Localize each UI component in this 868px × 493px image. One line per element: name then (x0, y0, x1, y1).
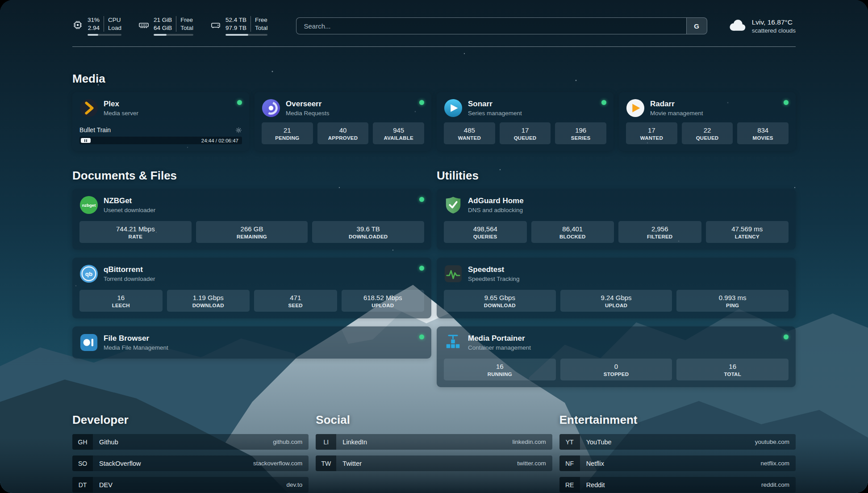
pause-icon[interactable] (81, 138, 91, 143)
bookmark-reddit[interactable]: RE Reddit reddit.com (559, 477, 796, 493)
weather-location: Lviv, 16.87°C (752, 18, 796, 26)
card-title: NZBGet (104, 196, 155, 205)
cpu-load-label: Load (108, 24, 121, 32)
bookmark-abbr: TW (316, 455, 336, 471)
speedtest-card[interactable]: Speedtest Speedtest Tracking 9.65 GbpsDO… (437, 258, 796, 318)
stats-row: 21PENDING 40APPROVED 945AVAILABLE (262, 122, 424, 144)
utilities-column: Utilities AdGuard Home (437, 169, 796, 387)
bookmarks-group-entertainment: Entertainment YT YouTube youtube.com NF … (559, 413, 796, 493)
bookmark-twitter[interactable]: TW Twitter twitter.com (316, 455, 552, 471)
section-heading-developer: Developer (72, 413, 309, 427)
stats-row: 498,564QUERIES 86,401BLOCKED 2,956FILTER… (444, 221, 789, 243)
search-input[interactable] (296, 18, 686, 34)
stat-box: 17QUEUED (500, 122, 551, 144)
bookmark-name: Reddit (580, 481, 605, 489)
stat-box: 86,401BLOCKED (531, 221, 614, 243)
stat-box: 1.19 GbpsDOWNLOAD (167, 290, 250, 312)
nzbget-icon: nzbget (79, 196, 98, 214)
media-grid: Plex Media server Bullet Train (72, 92, 796, 151)
card-title: Plex (104, 100, 138, 109)
stats-row: 744.21 MbpsRATE 266 GBREMAINING 39.6 TBD… (79, 221, 424, 243)
bookmarks-grid: Developer GH Github github.com SO StackO… (72, 413, 796, 493)
weather-widget: Lviv, 16.87°C scattered clouds (727, 18, 796, 34)
now-playing-title: Bullet Train (79, 126, 111, 134)
stat-box: 485WANTED (444, 122, 495, 144)
bookmark-github[interactable]: GH Github github.com (72, 434, 309, 450)
cpu-progress-bar (88, 34, 121, 36)
filebrowser-icon (79, 333, 98, 352)
section-heading-utilities: Utilities (437, 169, 796, 183)
plex-card[interactable]: Plex Media server Bullet Train (72, 92, 249, 151)
memory-free-value: 21 GiB (154, 16, 172, 24)
card-subtitle: Media server (104, 110, 138, 117)
bookmark-dev[interactable]: DT DEV dev.to (72, 477, 309, 493)
bookmark-abbr: RE (559, 477, 580, 493)
stat-box: 22QUEUED (682, 122, 733, 144)
bookmark-url: youtube.com (755, 439, 796, 445)
bookmark-abbr: DT (72, 477, 93, 493)
bookmark-youtube[interactable]: YT YouTube youtube.com (559, 434, 796, 450)
stats-row: 9.65 GbpsDOWNLOAD 9.24 GbpsUPLOAD 0.993 … (444, 290, 789, 312)
bookmark-url: stackoverflow.com (253, 460, 309, 467)
section-heading-media: Media (72, 72, 796, 86)
bookmark-abbr: NF (559, 455, 580, 471)
card-subtitle: Series management (468, 110, 522, 117)
radarr-icon (626, 99, 645, 117)
gear-icon[interactable] (235, 127, 242, 134)
card-title: Sonarr (468, 100, 522, 109)
memory-widget: 21 GiB 64 GiB Free Total (138, 16, 193, 36)
playback-progress-bar: 24:44 / 02:06:47 (79, 137, 242, 144)
card-subtitle: Media Requests (286, 110, 330, 117)
bookmark-name: YouTube (580, 439, 612, 446)
bookmark-stackoverflow[interactable]: SO StackOverflow stackoverflow.com (72, 455, 309, 471)
memory-free-label: Free (180, 16, 193, 24)
bookmark-url: twitter.com (517, 460, 552, 467)
sonarr-icon (444, 99, 463, 117)
overseerr-card[interactable]: Overseerr Media Requests 21PENDING 40APP… (255, 92, 431, 151)
stat-box: 16LEECH (79, 290, 163, 312)
card-title: AdGuard Home (468, 196, 524, 205)
top-bar: 31% 2.94 CPU Load (72, 16, 796, 36)
card-title: qBittorrent (104, 265, 155, 274)
bookmark-name: DEV (93, 481, 113, 489)
sonarr-card[interactable]: Sonarr Series management 485WANTED 17QUE… (437, 92, 613, 151)
documents-column: Documents & Files nzbget NZBGet Usenet d… (72, 169, 431, 387)
stat-box: 498,564QUERIES (444, 221, 527, 243)
memory-total-label: Total (180, 24, 193, 32)
disk-progress-bar (225, 34, 268, 36)
plex-icon (79, 99, 98, 117)
bookmark-netflix[interactable]: NF Netflix netflix.com (559, 455, 796, 471)
qbittorrent-icon: qb (79, 264, 98, 283)
stat-box: 471SEED (254, 290, 337, 312)
qbittorrent-card[interactable]: qb qBittorrent Torrent downloader 16LEEC… (72, 258, 431, 318)
filebrowser-card[interactable]: File Browser Media File Management (72, 326, 431, 359)
stats-row: 485WANTED 17QUEUED 196SERIES (444, 122, 606, 144)
card-subtitle: DNS and adblocking (468, 207, 524, 213)
bookmark-name: Twitter (336, 460, 362, 467)
card-title: Overseerr (286, 100, 330, 109)
bookmark-linkedin[interactable]: LI LinkedIn linkedin.com (316, 434, 552, 450)
disk-icon (210, 16, 221, 30)
stat-box: 266 GBREMAINING (196, 221, 308, 243)
nzbget-card[interactable]: nzbget NZBGet Usenet downloader 744.21 M… (72, 189, 431, 250)
portainer-icon (444, 333, 463, 352)
search-provider-button[interactable]: G (686, 18, 707, 34)
playback-time: 24:44 / 02:06:47 (201, 138, 238, 143)
card-title: Media Portainer (468, 334, 531, 343)
stats-row: 16LEECH 1.19 GbpsDOWNLOAD 471SEED 618.52… (79, 290, 424, 312)
svg-text:qb: qb (85, 271, 92, 277)
stat-box: 9.24 GbpsUPLOAD (560, 290, 672, 312)
stat-box: 9.65 GbpsDOWNLOAD (444, 290, 556, 312)
cpu-icon (72, 16, 83, 30)
adguard-card[interactable]: AdGuard Home DNS and adblocking 498,564Q… (437, 189, 796, 250)
header-divider (72, 46, 796, 47)
stat-box: 834MOVIES (737, 122, 789, 144)
stat-box: 2,956FILTERED (618, 221, 701, 243)
card-title: Radarr (650, 100, 703, 109)
card-subtitle: Usenet downloader (104, 207, 155, 213)
dashboard-screen: 31% 2.94 CPU Load (0, 0, 868, 493)
radarr-card[interactable]: Radarr Movie management 17WANTED 22QUEUE… (619, 92, 796, 151)
bookmark-url: reddit.com (761, 481, 796, 488)
portainer-card[interactable]: Media Portainer Container management 16R… (437, 326, 796, 387)
bookmark-url: netflix.com (760, 460, 796, 467)
